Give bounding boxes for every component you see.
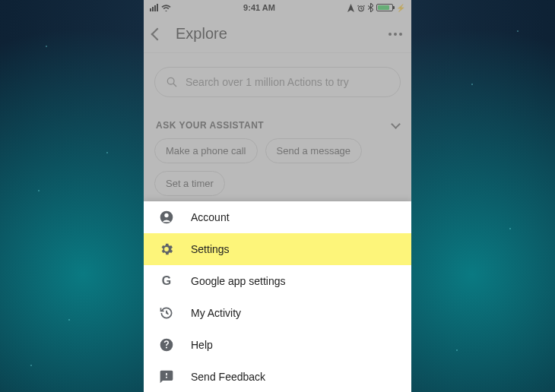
- page-title: Explore: [176, 25, 375, 43]
- overflow-menu-sheet: Account Settings G Google app settings M…: [144, 201, 411, 392]
- clock: 9:41 AM: [243, 3, 275, 12]
- gear-icon: [159, 242, 174, 257]
- section-title: ASK YOUR ASSISTANT: [156, 120, 264, 131]
- menu-item-help[interactable]: Help: [144, 329, 411, 361]
- search-placeholder: Search over 1 million Actions to try: [186, 76, 349, 88]
- chevron-left-icon: [151, 27, 164, 40]
- alarm-icon: [357, 4, 365, 12]
- feedback-icon: [159, 369, 174, 384]
- svg-line-2: [173, 84, 176, 87]
- menu-label: Settings: [191, 243, 230, 255]
- location-icon: [347, 4, 354, 12]
- suggestion-chips: Make a phone call Send a message Set a t…: [144, 138, 411, 196]
- svg-point-1: [167, 77, 174, 84]
- help-icon: [159, 337, 174, 352]
- wifi-icon: [161, 4, 171, 11]
- more-button[interactable]: [388, 33, 402, 36]
- chip-phone-call[interactable]: Make a phone call: [154, 138, 258, 163]
- battery-icon: [376, 4, 393, 11]
- menu-item-send-feedback[interactable]: Send Feedback: [144, 361, 411, 392]
- menu-item-settings[interactable]: Settings: [144, 233, 411, 265]
- svg-point-4: [164, 213, 168, 217]
- history-icon: [159, 305, 174, 321]
- account-icon: [159, 210, 174, 225]
- status-bar: 9:41 AM ⚡: [144, 0, 411, 15]
- menu-label: Send Feedback: [191, 371, 265, 383]
- back-button[interactable]: [153, 30, 162, 39]
- charging-icon: ⚡: [396, 4, 405, 12]
- menu-label: Account: [191, 211, 230, 223]
- menu-item-google-app-settings[interactable]: G Google app settings: [144, 265, 411, 297]
- chip-send-message[interactable]: Send a message: [265, 138, 363, 163]
- search-field[interactable]: Search over 1 million Actions to try: [154, 67, 401, 97]
- menu-label: Google app settings: [191, 275, 286, 287]
- search-icon: [166, 76, 178, 88]
- chevron-down-icon: [391, 119, 401, 129]
- menu-item-my-activity[interactable]: My Activity: [144, 297, 411, 329]
- google-icon: G: [159, 273, 174, 289]
- menu-item-account[interactable]: Account: [144, 201, 411, 233]
- phone-frame: 9:41 AM ⚡ Explore Search over 1 million …: [144, 0, 411, 392]
- menu-label: Help: [191, 339, 213, 351]
- menu-label: My Activity: [191, 307, 241, 319]
- section-header[interactable]: ASK YOUR ASSISTANT: [156, 120, 399, 131]
- chip-set-timer[interactable]: Set a timer: [154, 171, 225, 196]
- bluetooth-icon: [368, 3, 373, 12]
- signal-icon: [150, 4, 158, 11]
- nav-bar: Explore: [144, 15, 411, 53]
